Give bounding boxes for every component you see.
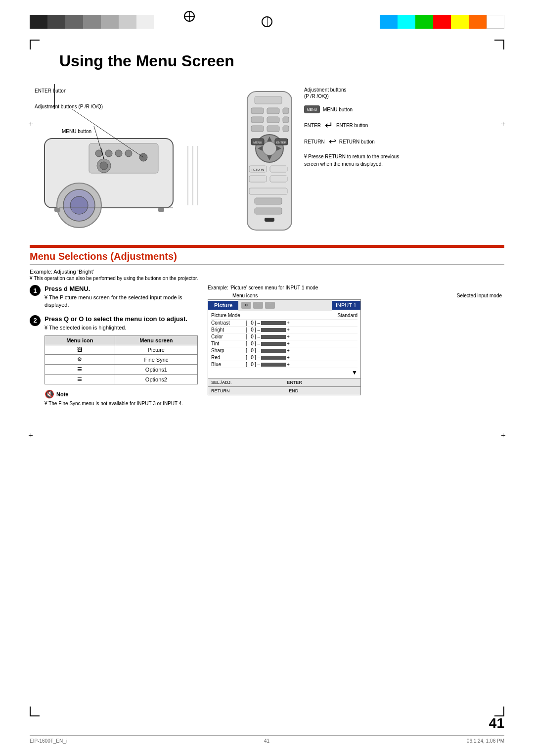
- contrast-value: [ 0 ] – +: [246, 320, 357, 326]
- screen-picture: Picture: [115, 345, 197, 355]
- bar-r2: [398, 15, 415, 29]
- blue-value: [ 0 ] – +: [246, 362, 357, 367]
- labels-row: Menu icons Selected input mode: [208, 293, 504, 298]
- page-num-center: 41: [264, 738, 269, 744]
- sharp-value: [ 0 ] – +: [246, 348, 357, 353]
- right-press-note: ¥ Presse RETURN to return to the previou…: [304, 153, 403, 168]
- bar-r3: [415, 15, 433, 29]
- svg-rect-19: [54, 208, 60, 212]
- menu-icons-label: Menu icons: [232, 293, 258, 298]
- svg-rect-31: [283, 126, 289, 132]
- step-2-content: Press Q or O to select the menu icon to …: [44, 315, 198, 407]
- reg-line-right-2: [501, 435, 505, 436]
- step-1-title: Press d MENU.: [44, 285, 198, 292]
- right-enter-label: ENTER button: [336, 123, 368, 128]
- footer-sel-adj: SEL./ADJ.: [211, 380, 232, 385]
- icon-slot-3: ☰: [265, 302, 275, 309]
- bar-r4: [433, 15, 451, 29]
- reg-line-left-v-2: [31, 433, 31, 437]
- menu-footer: SEL./ADJ. ENTER: [208, 378, 360, 386]
- menu-row-sharp: Sharp [ 0 ] – +: [211, 347, 357, 354]
- bars-left: [30, 15, 154, 29]
- menu-table: Menu icon Menu screen 🖼 Picture ⚙ Fine S…: [44, 335, 198, 384]
- blue-label: Blue: [211, 362, 246, 367]
- icon-picture: 🖼: [45, 345, 115, 355]
- col-menu-screen: Menu screen: [115, 336, 197, 345]
- screen-finesync: Fine Sync: [115, 355, 197, 365]
- tint-value: [ 0 ] – +: [246, 341, 357, 346]
- right-return-label: RETURN button: [339, 139, 375, 144]
- enter-button-label: ENTER button: [35, 88, 66, 94]
- svg-rect-27: [267, 117, 279, 123]
- section-note: ¥ This operation can also be performed b…: [30, 276, 504, 281]
- note-text: Note: [56, 391, 68, 397]
- step-2-number: 2: [30, 315, 41, 326]
- svg-rect-22: [255, 96, 282, 104]
- svg-rect-20: [158, 208, 164, 212]
- svg-rect-30: [267, 126, 279, 132]
- remote-labels: Adjustment buttons (P /R /O/Q) MENU MENU…: [304, 87, 490, 242]
- menu-row-picture: 🖼 Picture: [45, 345, 198, 355]
- footer-end: END: [289, 388, 298, 393]
- screen-options1: Options1: [115, 365, 197, 375]
- bar-7: [136, 15, 154, 29]
- footer-return: RETURN: [211, 388, 230, 393]
- bar-1: [30, 15, 47, 29]
- bar-5: [101, 15, 119, 29]
- icon-options2: ☰: [45, 375, 115, 384]
- bar-r7: [487, 15, 504, 29]
- note-icon: 🔇: [44, 389, 54, 399]
- bright-label: Bright: [211, 327, 246, 332]
- bar-3: [65, 15, 83, 29]
- icon-slot-2: ☰: [253, 302, 263, 309]
- crosshair-left: [262, 16, 272, 27]
- svg-rect-25: [283, 108, 289, 114]
- remote-svg: MENU ENTER RETURN: [242, 89, 299, 237]
- page-number: 41: [489, 715, 504, 731]
- sharp-label: Sharp: [211, 348, 246, 353]
- picture-mode-row: Picture Mode Standard: [211, 312, 357, 320]
- svg-rect-45: [249, 176, 267, 182]
- svg-point-33: [263, 142, 276, 155]
- right-adj-text: Adjustment buttons: [304, 87, 490, 93]
- reg-line-right-v-2: [503, 433, 503, 437]
- svg-rect-29: [251, 126, 264, 132]
- bright-value: [ 0 ] – +: [246, 327, 357, 332]
- step-1-desc: ¥ The Picture menu screen for the select…: [44, 294, 198, 309]
- date-stamp: 06.1.24, 1:06 PM: [467, 738, 504, 744]
- svg-text:ENTER: ENTER: [276, 141, 287, 144]
- right-adj-label: Adjustment buttons (P /R /O/Q): [304, 87, 490, 99]
- menu-selections-header: Menu Selections (Adjustments): [30, 251, 504, 262]
- menu-row-options2: ☰ Options2: [45, 375, 198, 384]
- picture-menu-body: Picture Mode Standard Contrast [ 0 ] – +…: [208, 311, 360, 378]
- picture-mode-value: Standard: [337, 313, 357, 318]
- svg-text:RETURN: RETURN: [252, 168, 264, 171]
- picture-tab: Picture: [208, 301, 238, 310]
- color-bars: [0, 15, 534, 29]
- svg-rect-48: [255, 198, 282, 204]
- svg-point-10: [100, 162, 108, 170]
- menu-section-title: Menu Selections (Adjustments): [30, 251, 177, 262]
- svg-rect-23: [251, 108, 264, 114]
- icon-slot-1: ⚙: [241, 302, 251, 309]
- reg-crosshair-center: [184, 11, 195, 22]
- svg-point-7: [115, 150, 122, 157]
- return-key-label: RETURN: [304, 139, 325, 144]
- contrast-label: Contrast: [211, 320, 246, 326]
- svg-point-8: [125, 150, 132, 157]
- example-right-label: Example: ‘Picture’ screen menu for INPUT…: [208, 285, 504, 290]
- corner-mark-bl: [30, 707, 40, 716]
- steps-left-col: 1 Press d MENU. ¥ The Picture menu scree…: [30, 285, 198, 413]
- step-2: 2 Press Q or O to select the menu icon t…: [30, 315, 198, 407]
- menu-row-color: Color [ 0 ] – +: [211, 333, 357, 340]
- menu-row-finesync: ⚙ Fine Sync: [45, 355, 198, 365]
- step-2-title: Press Q or O to select the menu icon to …: [44, 315, 198, 323]
- menu-row-bright: Bright [ 0 ] – +: [211, 327, 357, 333]
- selected-input-label: Selected input mode: [457, 293, 502, 298]
- menu-row-tint: Tint [ 0 ] – +: [211, 340, 357, 347]
- note-bullet: ¥ The Fine Sync menu is not available fo…: [44, 400, 198, 407]
- col-menu-icon: Menu icon: [45, 336, 115, 345]
- steps-right-col: Example: ‘Picture’ screen menu for INPUT…: [208, 285, 504, 413]
- red-label: Red: [211, 355, 246, 360]
- picture-menu-header: Picture ⚙ ☰ ☰ INPUT 1: [208, 300, 360, 311]
